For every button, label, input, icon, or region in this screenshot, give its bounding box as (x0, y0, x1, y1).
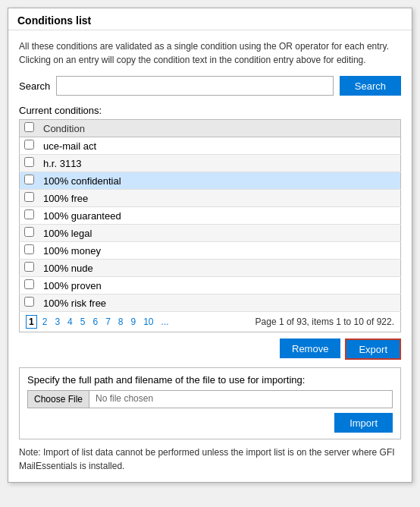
description-line2: Clicking on an entry will copy the condi… (19, 55, 366, 65)
row-checkbox-6[interactable] (24, 244, 34, 254)
row-checkbox-4[interactable] (24, 209, 34, 219)
row-checkbox-5[interactable] (24, 227, 34, 237)
condition-column-header: Condition (39, 120, 401, 137)
condition-cell: 100% money (39, 242, 401, 260)
condition-cell: h.r. 3113 (39, 155, 401, 172)
page-link-2[interactable]: 2 (40, 316, 50, 328)
window-titlebar: Conditions list (8, 8, 412, 30)
table-row[interactable]: 100% money (20, 242, 401, 260)
page-link-10[interactable]: 10 (141, 316, 155, 328)
row-checkbox-cell (20, 242, 39, 260)
row-checkbox-cell (20, 277, 39, 294)
page-link-1[interactable]: 1 (26, 315, 37, 329)
table-row[interactable]: 100% confidential (20, 172, 401, 190)
row-checkbox-1[interactable] (24, 157, 34, 167)
search-row: Search Search (19, 76, 401, 96)
conditions-table: Condition uce-mail act h.r. 3113 100% co… (19, 119, 401, 312)
table-row[interactable]: 100% proven (20, 277, 401, 294)
condition-cell: 100% legal (39, 225, 401, 242)
condition-cell: 100% nude (39, 260, 401, 277)
condition-cell: 100% free (39, 190, 401, 207)
page-link-8[interactable]: 8 (116, 316, 126, 328)
row-checkbox-8[interactable] (24, 279, 34, 289)
import-label: Specify the full path and filename of th… (27, 374, 393, 386)
search-label: Search (19, 80, 50, 92)
page-info: Page 1 of 93, items 1 to 10 of 922. (255, 316, 394, 327)
table-row[interactable]: 100% guaranteed (20, 207, 401, 225)
table-row[interactable]: uce-mail act (20, 137, 401, 155)
import-section: Specify the full path and filename of th… (19, 367, 401, 439)
row-checkbox-7[interactable] (24, 262, 34, 272)
remove-button[interactable]: Remove (280, 339, 340, 358)
table-row[interactable]: 100% legal (20, 225, 401, 242)
condition-cell: 100% confidential (39, 172, 401, 190)
table-row[interactable]: 100% nude (20, 260, 401, 277)
window-body: All these conditions are validated as a … (8, 30, 412, 482)
header-checkbox[interactable] (24, 122, 34, 132)
table-row[interactable]: 100% risk free (20, 294, 401, 312)
window-title: Conditions list (17, 14, 91, 27)
search-input[interactable] (56, 76, 334, 96)
row-checkbox-cell (20, 260, 39, 277)
row-checkbox-cell (20, 155, 39, 172)
table-row[interactable]: 100% free (20, 190, 401, 207)
page-link-5[interactable]: 5 (78, 316, 88, 328)
row-checkbox-cell (20, 137, 39, 155)
page-link-4[interactable]: 4 (65, 316, 75, 328)
page-link-6[interactable]: 6 (90, 316, 100, 328)
action-buttons: Remove Export (19, 339, 401, 360)
row-checkbox-3[interactable] (24, 192, 34, 202)
row-checkbox-cell (20, 225, 39, 242)
row-checkbox-cell (20, 207, 39, 225)
row-checkbox-cell (20, 172, 39, 190)
page-link-3[interactable]: 3 (52, 316, 62, 328)
row-checkbox-cell (20, 294, 39, 312)
page-link-9[interactable]: 9 (129, 316, 139, 328)
row-checkbox-cell (20, 190, 39, 207)
table-row[interactable]: h.r. 3113 (20, 155, 401, 172)
export-button[interactable]: Export (345, 339, 401, 360)
choose-file-button[interactable]: Choose File (27, 390, 89, 408)
row-checkbox-0[interactable] (24, 140, 34, 150)
row-checkbox-9[interactable] (24, 297, 34, 307)
current-conditions-label: Current conditions: (19, 105, 401, 116)
conditions-list-window: Conditions list All these conditions are… (8, 8, 412, 483)
row-checkbox-2[interactable] (24, 175, 34, 184)
page-link-7[interactable]: 7 (103, 316, 113, 328)
page-link-...[interactable]: ... (159, 316, 171, 328)
condition-cell: 100% risk free (39, 294, 401, 312)
header-checkbox-cell (20, 120, 39, 137)
import-button[interactable]: Import (334, 413, 393, 433)
condition-cell: 100% proven (39, 277, 401, 294)
import-file-row: Choose File No file chosen (27, 390, 393, 408)
description: All these conditions are validated as a … (19, 39, 401, 67)
note-text: Note: Import of list data cannot be perf… (19, 446, 401, 473)
description-line1: All these conditions are validated as a … (19, 41, 389, 52)
import-button-row: Import (27, 413, 393, 433)
condition-cell: uce-mail act (39, 137, 401, 155)
condition-cell: 100% guaranteed (39, 207, 401, 225)
page-links: 12345678910... (26, 315, 171, 329)
file-name-display: No file chosen (89, 390, 393, 408)
search-button[interactable]: Search (340, 76, 401, 96)
pagination-row: 12345678910... Page 1 of 93, items 1 to … (19, 312, 401, 332)
